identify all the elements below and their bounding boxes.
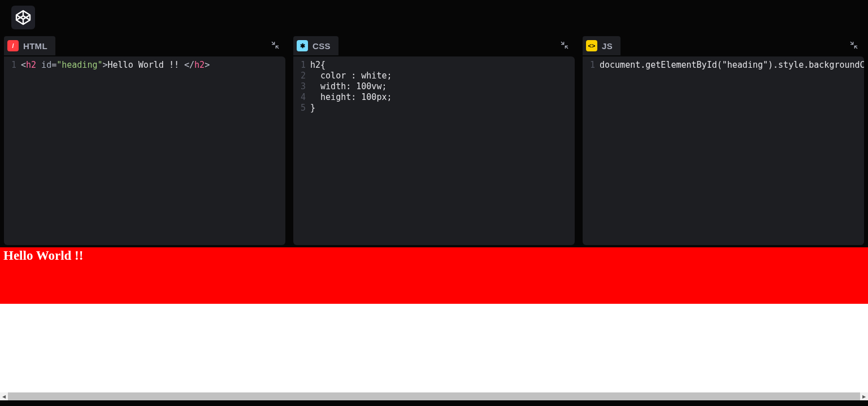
svg-line-5 xyxy=(561,42,564,45)
tab-js[interactable]: <> JS xyxy=(583,36,620,55)
tab-label-js: JS xyxy=(602,41,613,51)
line-number: 5 xyxy=(293,103,310,113)
scroll-left-arrow-icon[interactable]: ◀ xyxy=(0,392,8,400)
line-number: 1 xyxy=(583,60,600,71)
code-line[interactable]: 1h2{ xyxy=(293,60,575,71)
panel-header-html: / HTML xyxy=(4,35,285,56)
code-line[interactable]: 2 color : white; xyxy=(293,71,575,81)
code-content[interactable]: height: 100px; xyxy=(310,92,575,103)
code-content[interactable]: } xyxy=(310,103,575,113)
html-icon: / xyxy=(7,40,19,51)
code-content[interactable]: width: 100vw; xyxy=(310,81,575,92)
panel-header-js: <> JS xyxy=(583,35,864,56)
line-number: 2 xyxy=(293,71,310,81)
code-line[interactable]: 3 width: 100vw; xyxy=(293,81,575,92)
code-content[interactable]: document.getElementById("heading").style… xyxy=(600,60,864,71)
code-line[interactable]: 1document.getElementById("heading").styl… xyxy=(583,60,864,71)
panel-header-css: ✱ CSS xyxy=(293,35,575,56)
shrink-icon xyxy=(271,41,280,50)
code-line[interactable]: 1<h2 id="heading">Hello World !! </h2> xyxy=(4,60,285,71)
collapse-icon-js[interactable] xyxy=(847,38,861,52)
code-line[interactable]: 5} xyxy=(293,103,575,113)
code-content[interactable]: <h2 id="heading">Hello World !! </h2> xyxy=(21,60,285,71)
svg-line-3 xyxy=(272,42,275,45)
collapse-icon-css[interactable] xyxy=(558,38,571,52)
output-preview: Hello World !! ◀ ▶ xyxy=(0,247,868,400)
scroll-right-arrow-icon[interactable]: ▶ xyxy=(860,392,868,400)
shrink-icon xyxy=(560,41,569,50)
tab-label-html: HTML xyxy=(23,41,47,51)
output-horizontal-scrollbar[interactable]: ◀ ▶ xyxy=(0,392,868,400)
collapse-icon-html[interactable] xyxy=(268,38,282,52)
code-content[interactable]: color : white; xyxy=(310,71,575,81)
scroll-thumb[interactable] xyxy=(8,392,860,400)
svg-line-8 xyxy=(854,46,857,49)
codepen-logo[interactable] xyxy=(11,6,35,29)
panel-css: ✱ CSS 1h2{2 color : white;3 width: 100vw… xyxy=(293,35,575,245)
line-number: 1 xyxy=(293,60,310,71)
line-number: 3 xyxy=(293,81,310,92)
code-content[interactable]: h2{ xyxy=(310,60,575,71)
codepen-logo-icon xyxy=(15,9,32,26)
topbar xyxy=(0,0,868,35)
css-icon: ✱ xyxy=(297,40,308,51)
code-line[interactable]: 4 height: 100px; xyxy=(293,92,575,103)
line-number: 4 xyxy=(293,92,310,103)
js-icon: <> xyxy=(586,40,597,51)
tab-html[interactable]: / HTML xyxy=(4,36,55,55)
line-number: 1 xyxy=(4,60,21,71)
tab-label-css: CSS xyxy=(313,41,331,51)
editor-css[interactable]: 1h2{2 color : white;3 width: 100vw;4 hei… xyxy=(293,56,575,245)
editor-js[interactable]: 1document.getElementById("heading").styl… xyxy=(583,56,864,245)
panel-html: / HTML 1<h2 id="heading">Hello World !! … xyxy=(4,35,285,245)
svg-line-4 xyxy=(276,46,279,49)
shrink-icon xyxy=(849,41,858,50)
panel-js: <> JS 1document.getElementById("heading"… xyxy=(583,35,864,245)
output-heading: Hello World !! xyxy=(0,247,868,304)
editor-panels: / HTML 1<h2 id="heading">Hello World !! … xyxy=(0,35,868,245)
tab-css[interactable]: ✱ CSS xyxy=(293,36,338,55)
svg-line-6 xyxy=(565,46,568,49)
svg-line-7 xyxy=(850,42,853,45)
editor-html[interactable]: 1<h2 id="heading">Hello World !! </h2> xyxy=(4,56,285,245)
